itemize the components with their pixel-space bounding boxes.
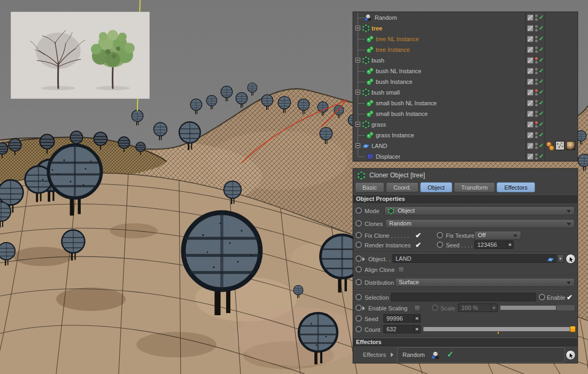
object-link-field[interactable]: LAND [392, 254, 556, 263]
object-label[interactable]: Random [375, 14, 397, 21]
tab-basic[interactable]: Basic [355, 182, 384, 192]
seed-input-2[interactable]: 99996 [383, 314, 421, 323]
phong-tag-icon[interactable] [549, 145, 554, 151]
object-label[interactable]: grass [372, 121, 386, 128]
object-label[interactable]: bush small [372, 89, 400, 96]
visibility-dot-editor[interactable] [535, 25, 538, 28]
object-label[interactable]: LAND [372, 143, 387, 149]
object-label[interactable]: bush NL Instance [376, 68, 421, 74]
visibility-dot-editor[interactable] [535, 100, 538, 103]
object-label[interactable]: grass Instance [376, 132, 414, 138]
slider-handle[interactable] [570, 326, 576, 332]
enable-checkbox[interactable]: ✔ [567, 293, 572, 301]
layer-toggle[interactable] [527, 46, 533, 53]
object-row-tree-instance[interactable]: tree Instance ✓ [353, 44, 577, 55]
layer-toggle[interactable] [527, 132, 533, 138]
enabled-check-icon[interactable]: ✓ [539, 110, 544, 117]
layer-toggle[interactable] [527, 111, 533, 117]
visibility-dot-render[interactable] [535, 61, 538, 64]
visibility-dot-render[interactable] [535, 72, 538, 74]
object-label[interactable]: bush Instance [376, 79, 413, 85]
visibility-dot-editor[interactable] [535, 89, 538, 92]
layer-toggle[interactable] [527, 36, 533, 42]
visibility-dot-editor[interactable] [535, 79, 538, 81]
keyframe-dot[interactable] [355, 326, 362, 332]
collapse-toggle[interactable] [355, 90, 360, 95]
collapse-toggle[interactable] [355, 58, 360, 63]
object-row-bush[interactable]: bush ✓ [353, 55, 577, 66]
visibility-dot-editor[interactable] [535, 111, 538, 113]
visibility-dot-render[interactable] [535, 114, 538, 117]
effector-enabled-check[interactable]: ✓ [447, 349, 454, 359]
count-slider[interactable] [423, 326, 576, 332]
layer-toggle[interactable] [527, 100, 533, 106]
enabled-check-icon[interactable]: ✓ [539, 67, 544, 74]
enabled-check-icon[interactable]: ✓ [539, 57, 544, 64]
visibility-dot-render[interactable] [535, 50, 538, 53]
enabled-check-icon[interactable]: ✓ [539, 99, 544, 106]
visibility-dot-render[interactable] [535, 157, 538, 160]
tab-coord[interactable]: Coord. [386, 182, 419, 192]
enabled-check-icon[interactable]: ✓ [539, 14, 544, 21]
layer-toggle[interactable] [527, 89, 533, 96]
visibility-dot-editor[interactable] [535, 153, 538, 156]
layer-toggle[interactable] [527, 14, 533, 21]
visibility-dot-editor[interactable] [535, 132, 538, 135]
keyframe-dot[interactable] [355, 315, 362, 322]
object-label[interactable]: small bush Instance [376, 111, 428, 117]
mode-dropdown[interactable]: Object [384, 206, 575, 215]
layer-toggle[interactable] [527, 121, 533, 128]
clones-dropdown[interactable]: Random [385, 219, 575, 228]
keyframe-dot[interactable] [437, 241, 443, 248]
keyframe-dot[interactable] [437, 232, 443, 238]
enabled-check-icon[interactable]: ✓ [539, 142, 544, 149]
enabled-check-icon[interactable]: ✓ [539, 46, 544, 53]
object-menu-button[interactable] [558, 254, 564, 263]
visibility-dot-render[interactable] [535, 93, 538, 96]
tab-object[interactable]: Object [420, 182, 452, 192]
fix-clone-checkbox[interactable]: ✔ [415, 231, 421, 239]
object-row-grass-instance[interactable]: grass Instance ✓ [353, 130, 577, 141]
visibility-dot-render[interactable] [535, 29, 538, 32]
visibility-dot-editor[interactable] [535, 143, 538, 145]
keyframe-dot[interactable] [355, 266, 362, 272]
spinner-arrows[interactable] [414, 325, 420, 333]
object-row-tree-nl-instance[interactable]: tree NL Instance ✓ [353, 34, 577, 44]
visibility-dot-render[interactable] [535, 104, 538, 106]
material-tag-noise[interactable] [555, 141, 564, 150]
keyframe-dot[interactable] [355, 232, 362, 238]
object-row-bush-instance[interactable]: bush Instance ✓ [353, 76, 577, 87]
collapse-toggle[interactable] [355, 122, 360, 127]
object-row-random[interactable]: Random ✓ [353, 12, 577, 23]
object-row-bush-nl-instance[interactable]: bush NL Instance ✓ [353, 66, 577, 76]
visibility-dot-editor[interactable] [535, 36, 538, 38]
visibility-dot-editor[interactable] [535, 14, 538, 17]
visibility-dot-editor[interactable] [535, 68, 538, 71]
render-instances-checkbox[interactable]: ✔ [415, 241, 421, 249]
keyframe-dot[interactable] [355, 279, 362, 285]
layer-toggle[interactable] [527, 25, 533, 32]
layer-toggle[interactable] [527, 68, 533, 74]
keyframe-dot[interactable] [539, 294, 545, 300]
object-label[interactable]: tree [372, 25, 382, 32]
object-label[interactable]: bush [372, 57, 384, 64]
expand-arrow-icon[interactable] [362, 257, 367, 261]
enabled-check-icon[interactable]: ✓ [539, 153, 544, 160]
keyframe-dot[interactable] [355, 241, 362, 248]
effector-item-label[interactable]: Random [403, 352, 425, 358]
effectors-list[interactable]: Random ✓ [397, 347, 565, 363]
object-row-land[interactable]: LAND ✓ [353, 141, 577, 151]
visibility-dot-editor[interactable] [535, 57, 538, 60]
enabled-check-icon[interactable]: ✓ [539, 89, 544, 96]
enabled-check-icon[interactable]: ✓ [539, 131, 544, 138]
layer-toggle[interactable] [527, 143, 533, 149]
object-label[interactable]: Displacer [376, 153, 400, 160]
material-tag-ball[interactable] [566, 141, 575, 150]
selection-input[interactable] [391, 293, 536, 301]
object-row-small-bush-instance[interactable]: small bush Instance ✓ [353, 108, 577, 119]
keyframe-dot[interactable] [355, 220, 362, 227]
visibility-dot-render[interactable] [535, 18, 538, 21]
effector-picker-button[interactable] [566, 350, 576, 360]
collapse-toggle[interactable] [355, 143, 360, 148]
object-row-grass[interactable]: grass ✓ [353, 119, 577, 130]
